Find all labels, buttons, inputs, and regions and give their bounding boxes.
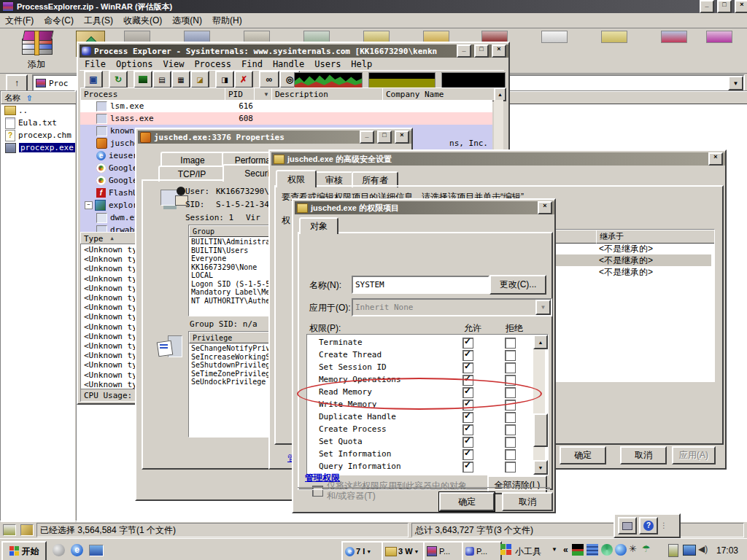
file-row-exe-selected[interactable]: procexp.exe	[2, 141, 73, 154]
printer-icon[interactable]	[618, 517, 637, 534]
menu-tools[interactable]: 工具(S)	[79, 14, 118, 28]
permission-row[interactable]: Read Memory	[307, 387, 548, 400]
disk-icon[interactable]	[3, 524, 16, 536]
process-row[interactable]: lsass.exe 608	[80, 112, 492, 125]
properties-titlebar[interactable]: jusched.exe:3376 Properties _ □ ×	[138, 131, 411, 144]
properties-close-button[interactable]: ×	[395, 131, 409, 144]
toolbar-icon-fragment[interactable]	[706, 31, 732, 43]
permission-row[interactable]: Duplicate Handle	[307, 412, 548, 424]
pe-menu-handle[interactable]: Handle	[268, 58, 309, 70]
pe-close-button[interactable]: ×	[492, 44, 506, 58]
files-column-header[interactable]: 名称 ⇧	[1, 91, 80, 104]
menu-commands[interactable]: 命令(C)	[39, 14, 79, 28]
name-field[interactable]: SYSTEM	[352, 276, 489, 294]
deny-checkbox[interactable]	[505, 462, 516, 472]
allow-checkbox[interactable]	[462, 412, 473, 423]
allow-checkbox[interactable]	[462, 338, 473, 349]
taskbutton-winrar[interactable]: P...	[423, 541, 463, 560]
winrar-close-button[interactable]: ×	[735, 0, 747, 13]
deny-checkbox[interactable]	[505, 412, 516, 423]
columns-icon[interactable]: ▦	[171, 71, 190, 88]
menu-favorites[interactable]: 收藏夹(O)	[118, 14, 167, 28]
winrar-restore-button[interactable]: □	[717, 0, 732, 13]
menu-options[interactable]: 选项(N)	[167, 14, 207, 28]
change-button[interactable]: 更改(C)...	[489, 275, 546, 295]
process-row[interactable]: lsm.exe 616	[80, 100, 492, 112]
deny-checkbox[interactable]	[505, 387, 516, 398]
permission-titlebar[interactable]: jusched.exe 的权限项目 ×	[295, 201, 554, 214]
system-info-icon[interactable]	[133, 71, 152, 88]
tray-cpu-graph-icon[interactable]	[572, 544, 584, 556]
deny-checkbox[interactable]	[505, 400, 516, 411]
tray-umbrella-icon[interactable]: ☂	[642, 543, 651, 554]
winrar-titlebar[interactable]: ProcessExplorer.zip - WinRAR (评估版本) _ □ …	[0, 0, 747, 13]
pe-menu-find[interactable]: Find	[236, 58, 268, 70]
permission-row[interactable]: Set Session ID	[307, 362, 548, 375]
gadgets-dropdown-icon[interactable]: ▼	[551, 546, 557, 553]
permission-row[interactable]: Memory Operations	[307, 375, 548, 387]
column-inherited-from[interactable]: 继承于	[596, 230, 715, 244]
properties-minimize-button[interactable]: _	[360, 131, 374, 144]
tab-object[interactable]: 对象	[299, 217, 338, 234]
apply-to-combobox[interactable]: Inherit None ▼	[352, 298, 552, 316]
permission-ok-button[interactable]: 确定	[439, 492, 495, 511]
pe-minimize-button[interactable]: _	[457, 44, 471, 58]
tray-power-icon[interactable]	[668, 544, 678, 557]
tray-spider-icon[interactable]: ✳	[629, 543, 637, 554]
pe-restore-button[interactable]: □	[474, 44, 489, 58]
allow-checkbox[interactable]	[462, 387, 473, 398]
gadgets-icon[interactable]	[500, 544, 512, 556]
properties-restore-button[interactable]: □	[377, 131, 392, 144]
allow-checkbox[interactable]	[462, 437, 473, 448]
scroll-down-icon[interactable]: ▼	[533, 460, 548, 475]
kill-process-icon[interactable]: ✗	[234, 71, 253, 88]
file-row-chm[interactable]: ? procexp.chm	[2, 129, 73, 141]
deny-checkbox[interactable]	[505, 437, 516, 448]
quicklaunch-ie-icon[interactable]: e	[71, 544, 83, 556]
tray-swirl-icon[interactable]	[601, 544, 613, 556]
start-button[interactable]: 开始	[1, 541, 47, 560]
tray-overflow-chevron[interactable]: «	[563, 545, 568, 555]
deny-checkbox[interactable]	[505, 350, 516, 361]
winrar-minimize-button[interactable]: _	[700, 0, 714, 13]
file-row-eula[interactable]: Eula.txt	[2, 117, 73, 129]
scroll-up-icon[interactable]: ▲	[533, 335, 548, 349]
permission-row[interactable]: Set Quota	[307, 437, 548, 449]
allow-checkbox[interactable]	[462, 400, 473, 411]
toolbar-grip-icon[interactable]: ⋮	[660, 524, 667, 528]
pe-menu-options[interactable]: Options	[111, 58, 158, 70]
permission-cancel-button[interactable]: 取消	[502, 492, 553, 511]
allow-checkbox[interactable]	[462, 350, 473, 361]
tray-globe-icon[interactable]	[615, 544, 627, 556]
memory-history-graph[interactable]	[368, 72, 436, 88]
toolbar-icon-fragment[interactable]	[661, 31, 687, 43]
tab-permissions[interactable]: 权限	[276, 170, 317, 187]
process-properties-icon[interactable]: ◨	[215, 71, 234, 88]
pe-titlebar[interactable]: Process Explorer - Sysinternals: www.sys…	[80, 44, 508, 58]
advanced-apply-button[interactable]: 应用(A)	[672, 446, 716, 464]
deny-checkbox[interactable]	[505, 375, 516, 386]
permission-row[interactable]: Create Thread	[307, 350, 548, 362]
menu-file[interactable]: 文件(F)	[0, 14, 39, 28]
quicklaunch-show-desktop-icon[interactable]	[53, 544, 65, 556]
tray-firewall-icon[interactable]	[587, 544, 598, 556]
toolbar-icon-fragment[interactable]	[541, 31, 568, 43]
toolbar-icon-fragment[interactable]	[601, 31, 627, 43]
manage-permissions-link[interactable]: 管理权限	[305, 472, 340, 484]
save-icon[interactable]: ▣	[84, 71, 103, 88]
address-dropdown-button[interactable]: ▼	[728, 76, 743, 90]
tray-volume-icon[interactable]: ◀)	[698, 544, 708, 554]
key-icon[interactable]	[20, 524, 34, 536]
taskbutton-ie-group[interactable]: e 7 I ▼	[341, 541, 383, 560]
allow-checkbox[interactable]	[462, 462, 473, 472]
gadgets-label[interactable]: 小工具	[515, 545, 541, 558]
help-icon[interactable]: ?	[639, 517, 658, 534]
taskbutton-process-explorer[interactable]: P...	[462, 541, 502, 560]
pe-menu-process[interactable]: Process	[189, 58, 236, 70]
pe-menu-file[interactable]: File	[80, 58, 111, 70]
deny-checkbox[interactable]	[505, 338, 516, 349]
tray-network-icon[interactable]	[683, 545, 696, 556]
menu-help[interactable]: 帮助(H)	[207, 14, 247, 28]
permission-row[interactable]: Write Memory	[307, 400, 548, 412]
permission-close-button[interactable]: ×	[538, 201, 552, 214]
